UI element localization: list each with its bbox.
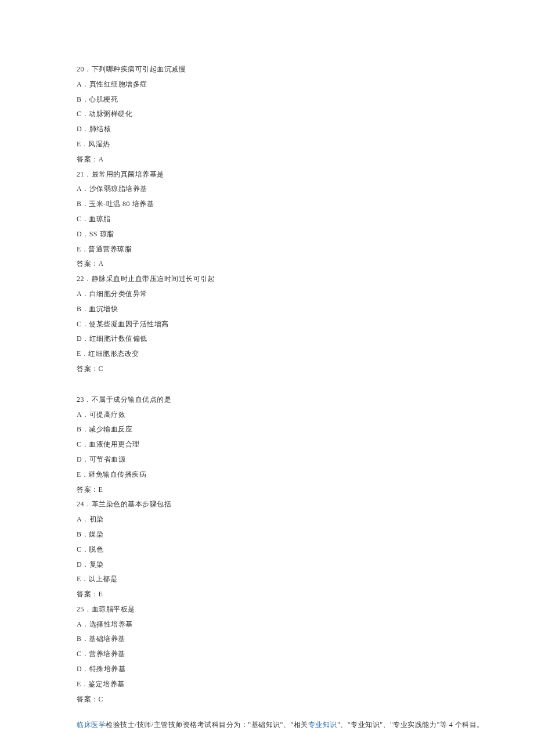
- footer-link-2[interactable]: 专业知识: [308, 721, 337, 729]
- option: B．减少输血反应: [77, 423, 499, 436]
- answer: 答案：C: [77, 362, 499, 376]
- option: D．可节省血源: [77, 453, 499, 466]
- option: B．媒染: [77, 528, 499, 541]
- option: A．沙保弱琼脂培养基: [77, 182, 499, 196]
- question-stem: 25．血琼脂平板是: [77, 603, 499, 616]
- q-number: 21．: [77, 170, 92, 178]
- option: D．复染: [77, 558, 499, 571]
- footer-link-1[interactable]: 临床医学: [77, 721, 106, 729]
- footer-mid-1: 检验技士/技师/主管技师资格考试科目分为："基础知识"、"相关: [106, 721, 308, 729]
- option: C．使某些凝血因子活性增高: [77, 318, 499, 331]
- option: E．风湿热: [77, 138, 499, 151]
- answer: 答案：A: [77, 153, 499, 166]
- q-text: 静脉采血时止血带压迫时间过长可引起: [92, 275, 215, 283]
- q-text: 最常用的真菌培养基是: [92, 170, 164, 178]
- option: E．以上都是: [77, 573, 499, 586]
- question-stem: 24．革兰染色的基本步骤包括: [77, 498, 499, 511]
- q-number: 22．: [77, 275, 92, 283]
- option: C．营养培养基: [77, 647, 499, 661]
- q-text: 革兰染色的基本步骤包括: [92, 500, 172, 508]
- question-stem: 21．最常用的真菌培养基是: [77, 168, 499, 181]
- option: D．肺结核: [77, 123, 499, 136]
- footer-mid-2: "、"专业知识"、"专业实践能力"等 4 个科目。: [337, 721, 484, 729]
- footer-text: 临床医学检验技士/技师/主管技师资格考试科目分为："基础知识"、"相关专业知识"…: [77, 718, 499, 732]
- spacer: [77, 377, 499, 391]
- q-text: 不属于成分输血优点的是: [92, 395, 172, 404]
- q-text: 血琼脂平板是: [92, 605, 135, 613]
- answer: 答案：E: [77, 483, 499, 496]
- option: B．血沉增快: [77, 303, 499, 316]
- answer: 答案：C: [77, 693, 499, 706]
- option: A．白细胞分类值异常: [77, 287, 499, 301]
- option: D．特殊培养基: [77, 663, 499, 676]
- q-number: 20．: [77, 65, 92, 73]
- option: A．真性红细胞增多症: [77, 78, 499, 91]
- option: C．血液使用更合理: [77, 438, 499, 451]
- option: E．红细胞形态改变: [77, 347, 499, 361]
- option: E．鉴定培养基: [77, 678, 499, 691]
- option: C．脱色: [77, 543, 499, 556]
- option: A．可提高疗效: [77, 408, 499, 422]
- q-number: 24．: [77, 500, 92, 508]
- question-stem: 23．不属于成分输血优点的是: [77, 393, 499, 406]
- answer: 答案：A: [77, 257, 499, 271]
- question-stem: 22．静脉采血时止血带压迫时间过长可引起: [77, 272, 499, 286]
- option: D．红细胞计数值偏低: [77, 332, 499, 345]
- q-text: 下列哪种疾病可引起血沉减慢: [92, 65, 186, 73]
- q-number: 25．: [77, 605, 92, 613]
- option: C．血琼脂: [77, 213, 499, 226]
- option: C．动脉粥样硬化: [77, 107, 499, 121]
- answer: 答案：E: [77, 588, 499, 601]
- option: A．初染: [77, 513, 499, 526]
- option: B．心肌梗死: [77, 93, 499, 106]
- option: A．选择性培养基: [77, 618, 499, 631]
- option: E．普通营养琼脂: [77, 243, 499, 256]
- question-stem: 20．下列哪种疾病可引起血沉减慢: [77, 63, 499, 76]
- option: D．SS 琼脂: [77, 228, 499, 241]
- option: B．玉米-吐温 80 培养基: [77, 197, 499, 211]
- option: E．避免输血传播疾病: [77, 468, 499, 481]
- document-page: 20．下列哪种疾病可引起血沉减慢 A．真性红细胞增多症 B．心肌梗死 C．动脉粥…: [0, 0, 534, 756]
- option: B．基础培养基: [77, 632, 499, 646]
- q-number: 23．: [77, 395, 92, 404]
